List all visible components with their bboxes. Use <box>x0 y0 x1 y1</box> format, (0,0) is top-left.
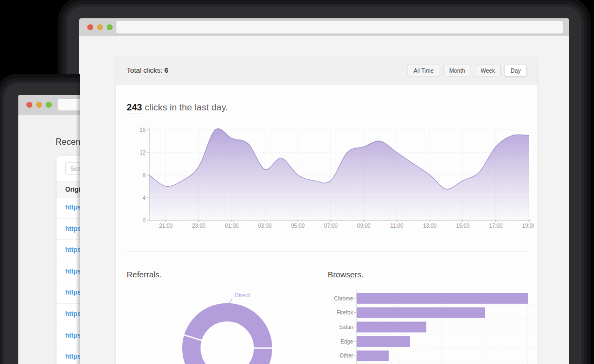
original-url-link[interactable]: https:// <box>65 225 80 233</box>
url-bar[interactable] <box>58 99 80 110</box>
range-button-all-time[interactable]: All Time <box>407 65 439 76</box>
svg-text:Safari: Safari <box>339 324 353 330</box>
front-titlebar <box>79 18 569 36</box>
original-url-link[interactable]: https:// <box>65 204 80 211</box>
svg-text:4: 4 <box>142 195 146 201</box>
page-background: { "colors": { "accent": "#b39ddb", "link… <box>0 0 594 364</box>
svg-text:8: 8 <box>142 172 146 178</box>
original-url-link[interactable]: https:// <box>65 353 80 360</box>
svg-text:19:00: 19:00 <box>522 223 534 229</box>
dashboard-page: Total clicks: 6 All TimeMonthWeekDay 243… <box>79 36 569 364</box>
range-button-week[interactable]: Week <box>475 65 501 76</box>
svg-text:Direct: Direct <box>234 292 250 298</box>
minimize-button[interactable] <box>36 102 42 108</box>
total-clicks-value: 6 <box>164 66 168 75</box>
recent-links-page: Recent Origin https://https://https://ht… <box>18 115 80 364</box>
close-button[interactable] <box>26 102 32 108</box>
svg-text:16: 16 <box>140 127 146 133</box>
referrals-title: Referrals. <box>127 270 162 279</box>
clicks-count: 243 <box>127 102 142 114</box>
svg-text:05:00: 05:00 <box>291 223 305 229</box>
recent-heading: Recent <box>56 137 80 147</box>
traffic-lights <box>26 95 52 115</box>
clicks-headline: 243clicks in the last day. <box>127 102 228 113</box>
svg-text:11:00: 11:00 <box>390 223 404 229</box>
svg-text:Firefox: Firefox <box>336 310 353 316</box>
browsers-title: Browsers. <box>328 270 364 279</box>
links-table-body: https://https://https://https://https://… <box>57 197 80 364</box>
url-bar[interactable] <box>116 21 563 33</box>
original-url-link[interactable]: https:// <box>65 310 80 318</box>
table-row[interactable]: https:// <box>57 346 80 364</box>
links-table-card: Origin https://https://https://https://h… <box>57 156 80 364</box>
svg-text:23:00: 23:00 <box>192 223 205 229</box>
maximize-button[interactable] <box>46 102 52 108</box>
search-input[interactable] <box>65 162 80 175</box>
range-button-day[interactable]: Day <box>505 65 527 76</box>
svg-text:12: 12 <box>140 150 146 156</box>
clicks-area-chart: 21:0023:0001:0003:0005:0007:0009:0011:00… <box>124 124 534 232</box>
total-clicks: Total clicks: 6 <box>127 66 168 74</box>
back-window-region: Recent Origin https://https://https://ht… <box>0 74 80 364</box>
section-divider <box>127 251 527 252</box>
clicks-headline-text: clicks in the last day. <box>144 102 228 113</box>
referrals-donut-chart: Direct <box>127 288 331 364</box>
table-row[interactable]: https:// <box>57 261 80 283</box>
traffic-lights <box>87 18 113 36</box>
svg-text:21:00: 21:00 <box>159 223 172 229</box>
svg-text:Chrome: Chrome <box>334 296 353 302</box>
back-titlebar <box>18 95 80 115</box>
svg-text:0: 0 <box>142 218 146 223</box>
svg-text:01:00: 01:00 <box>225 223 238 229</box>
front-browser-window: Total clicks: 6 All TimeMonthWeekDay 243… <box>67 6 581 364</box>
svg-text:Other: Other <box>340 353 354 359</box>
original-url-link[interactable]: https:// <box>65 246 80 254</box>
total-clicks-label: Total clicks: <box>127 66 162 74</box>
svg-text:15:00: 15:00 <box>456 223 469 229</box>
svg-text:17:00: 17:00 <box>489 223 502 229</box>
table-row[interactable]: https:// <box>57 240 80 261</box>
table-row[interactable]: https:// <box>57 304 80 325</box>
svg-text:13:00: 13:00 <box>423 223 437 229</box>
maximize-button[interactable] <box>107 24 113 30</box>
back-browser-window: Recent Origin https://https://https://ht… <box>4 83 80 364</box>
original-url-link[interactable]: https:// <box>65 332 80 339</box>
table-row[interactable]: https:// <box>57 325 80 347</box>
svg-text:Edge: Edge <box>341 339 354 345</box>
close-button[interactable] <box>87 24 93 30</box>
range-button-month[interactable]: Month <box>443 65 471 76</box>
table-header-origin: Origin <box>57 181 80 198</box>
browsers-bar-chart: ChromeFirefoxSafariEdgeOther <box>323 288 544 364</box>
table-row[interactable]: https:// <box>57 282 80 304</box>
svg-text:07:00: 07:00 <box>324 223 337 229</box>
range-button-group: All TimeMonthWeekDay <box>407 65 527 76</box>
original-url-link[interactable]: https:// <box>65 289 80 296</box>
analytics-card: Total clicks: 6 All TimeMonthWeekDay 243… <box>116 57 537 364</box>
stats-bar: Total clicks: 6 All TimeMonthWeekDay <box>116 57 537 85</box>
svg-text:03:00: 03:00 <box>258 223 272 229</box>
table-row[interactable]: https:// <box>57 197 80 219</box>
original-url-link[interactable]: https:// <box>65 268 80 275</box>
minimize-button[interactable] <box>97 24 103 30</box>
table-row[interactable]: https:// <box>57 219 80 240</box>
svg-text:09:00: 09:00 <box>357 223 370 229</box>
